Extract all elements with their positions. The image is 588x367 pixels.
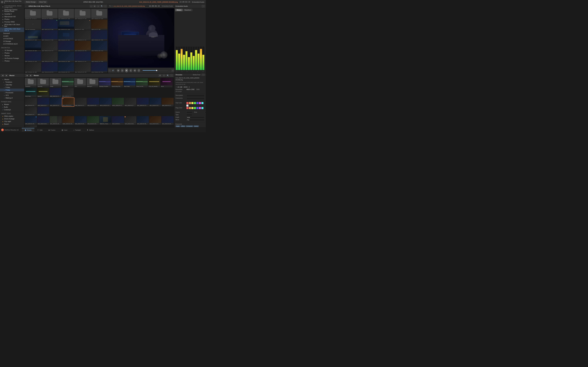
clip-color-swatch-4[interactable] [196,102,199,104]
media-thumb-23[interactable]: A08_2016-01-27_211... [75,51,91,62]
timeline-first-class[interactable]: First Class [25,88,37,97]
media-thumb-25[interactable]: A68_2016-01-28_000... [25,62,41,73]
media-thumb-20[interactable]: A03_2016-01-27_226... [25,51,41,62]
timelines-item[interactable]: Timelines [0,81,24,83]
keyword-tag-0[interactable]: Night [175,125,180,127]
more-btn[interactable]: ⋯ [104,5,107,8]
media-thumb-29[interactable]: A14_2016-01-28_234... [91,62,107,73]
fav-process[interactable]: UI-Process Footage [0,57,24,60]
sidebar-item-promise[interactable]: Promise RAID [0,21,24,23]
nav-edit-btn[interactable]: ✂ Edit [35,128,45,132]
media-thumb-12[interactable]: A03_2016-01-27_201... [58,30,74,41]
timeline-vfx[interactable]: VFX [74,78,86,87]
media-thumb-8[interactable]: A015-12-17_195... [75,19,91,30]
power-audio-item[interactable]: Audio [0,106,24,108]
sidebar-item-scratch[interactable]: scratch [0,35,24,37]
timeline-wednesday[interactable]: Wednesday Edit [111,78,123,87]
sidebar-item-ursa2[interactable]: URSA Mini 4.6K Short Film A [0,28,24,32]
flag-color-swatch-3[interactable] [194,107,196,109]
smart-city-night[interactable]: City night [0,120,24,123]
bin-clip-4[interactable]: A08_2016-01-27... [75,98,86,106]
timeline-end-creds[interactable]: End Creds [124,78,135,87]
media-thumb-0[interactable]: 2016-01-27_22:23:12 [25,9,41,19]
media-thumb-11[interactable]: A03_2016-01-27_204... [42,30,58,41]
bottom-search[interactable]: 🔍 [166,74,169,77]
clip-color-swatch-2[interactable] [191,102,193,104]
sidebar-item-ui-footage[interactable]: UI FOOTAGE [0,37,24,40]
clip-color-swatch-5[interactable] [199,102,201,104]
take-input[interactable] [186,114,192,116]
scrub-thumb[interactable] [156,70,157,71]
bin-r2-2[interactable]: A01_2016-01-25... [50,116,62,125]
nav-media-btn[interactable]: ◉ Media [22,128,35,132]
bin-r2-5[interactable]: A03_2016-01-25... [87,116,99,125]
bin-r2-3[interactable]: A030_2016-01-25... [62,116,74,125]
preview-scrubbar[interactable] [143,70,168,71]
bin-r2-1[interactable]: A01_2016-01-25... [37,116,49,125]
media-thumb-19[interactable]: A14_2016-01-28_224... [91,41,107,51]
grid-view-btn[interactable]: ⊞ [93,5,96,8]
media-thumb-24[interactable]: A08_2016-01-27_230... [91,51,107,62]
smart-beach[interactable]: Beach [0,123,24,125]
fav-ui-storage[interactable]: UI Storage [0,49,24,52]
bin-clip-7[interactable]: A013_2016-01-27... [112,98,124,106]
friday-item-2[interactable]: Friday [0,89,24,91]
media-thumb-4[interactable]: A03_2016-01-27_225... [91,9,107,19]
media-thumb-15[interactable]: A08_2016-01-28_000... [25,41,41,51]
comments-input[interactable] [186,97,205,100]
skip-to-start-btn[interactable]: ⏮ [117,69,120,72]
timeline-f36[interactable]: F36_full_flowing... [148,78,160,87]
media-thumb-22[interactable]: A08_2016-01-27_365... [58,51,74,62]
sidebar-item-mainstream[interactable]: Mainstream HD [0,15,24,18]
clip-color-swatch-3[interactable] [194,102,196,104]
bin-clip-8[interactable]: A01_2016-01-27... [124,98,136,106]
move-input[interactable]: Pan [186,119,205,121]
media-thumb-9[interactable]: A012-12-17_195... [91,19,107,30]
nav-fusion-btn[interactable]: ◈ Fusion [45,128,58,132]
description-input[interactable] [186,94,205,97]
flag-color-swatch-5[interactable] [199,107,201,109]
bottom-grid-view[interactable]: ⊞ [159,74,162,77]
bin-clip-12[interactable]: M06_2016-01-27... [25,107,37,116]
preview-monitor-btn[interactable]: ⬚ [108,69,111,72]
media-thumb-1[interactable]: 2010-01-27_23:08:41 [42,9,58,19]
media-thumb-21[interactable]: A08_2016-01-27_304... [42,51,58,62]
clip-color-swatch-7[interactable] [186,105,189,107]
preview-volume-btn[interactable]: 🔊 [112,69,114,72]
bottom-prev-btn[interactable]: ◀ [26,74,28,77]
media-thumb-13[interactable]: A03_2016-01-27_211... [75,30,91,41]
processed-item[interactable]: Processed [0,91,24,94]
keyword-tag-2[interactable]: Computer [186,125,193,127]
bin-r2-11[interactable]: A15_2016-03-05... [162,116,174,125]
power-cutaways-item[interactable]: Cutaways [0,108,24,111]
bin-clip-9[interactable]: A01_2016-01-27... [137,98,149,106]
bottom-list-view[interactable]: ≡ [163,74,165,77]
bin-clip-13[interactable]: M06_2016-01-27... [37,107,49,116]
next-frame-btn[interactable]: ⏵ [129,69,132,72]
timeline-timelines[interactable]: Timelines [25,78,37,87]
vfx-item[interactable]: VFX [0,94,24,97]
media-thumb-28[interactable]: A14_2016-01-28_225... [75,62,91,73]
clip-color-swatch-6[interactable] [201,102,203,104]
prev-frame-btn[interactable]: ⏴ [121,69,124,72]
clip-color-swatch-0[interactable] [186,102,189,104]
timeline-final[interactable]: Final 1a Coll... [136,78,148,87]
shot-input[interactable] [205,111,206,114]
media-thumb-6[interactable]: A01_2015-12-17_183... [42,19,58,30]
fav-photos[interactable]: Photos [0,52,24,54]
timeline-saturday[interactable]: Saturday [37,78,49,87]
timeline-a08-2[interactable]: A08_2016-01-27... [62,88,74,97]
friday-item-1[interactable]: Saturday [0,83,24,86]
bin-r2-8[interactable]: A15_2016-02-06... [124,116,136,125]
sidebar-item-ui-storage[interactable]: UI Storage [0,40,24,42]
timeline-a08-1[interactable]: A08_2016-01-27... [50,88,61,97]
bin-r2-10[interactable]: A15_2016-02-03... [149,116,161,125]
keyword-tag-3[interactable]: Indoor [194,125,199,127]
sidebar-item-sceneref[interactable]: Sceneref [0,32,24,35]
bin-r2-12[interactable]: A15_2016-03-05... [25,125,37,127]
bin-clip-10[interactable]: A01_2016-01-27... [149,98,161,106]
timeline-spaces[interactable]: Spaces [37,88,49,97]
sidebar-item-blackmagic[interactable]: Blackmagic DaVinci Resolve Studio [0,8,24,13]
making-of-item[interactable]: Making of [0,97,24,99]
audio-more-btn[interactable]: ⋯ [202,5,205,8]
